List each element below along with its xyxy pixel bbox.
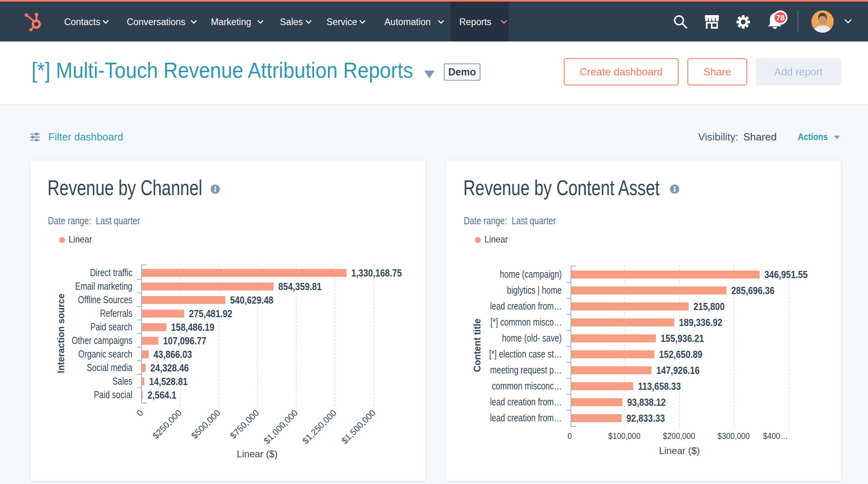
svg-text:78: 78 <box>776 14 784 22</box>
